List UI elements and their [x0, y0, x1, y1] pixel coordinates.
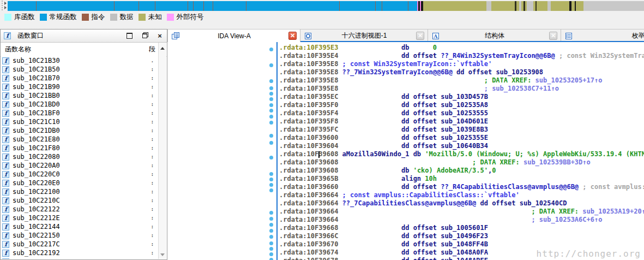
function-list-item[interactable]: fsub_10C21B50. .: [1, 65, 159, 74]
function-list-item[interactable]: fsub_10C21F80. .: [1, 144, 159, 152]
listing-token-nam: sub_10253555: [441, 109, 488, 117]
listing-token-nam: sub_102540CD: [520, 199, 567, 207]
function-list-item[interactable]: fsub_10C220E0. .: [1, 179, 159, 187]
listing-line[interactable]: .rdata:10F39664 ; DATA XREF: sub_10253A1…: [279, 208, 644, 216]
listing-token-pub: ??_R4Win32SystemTrayIcon@@6B@: [441, 52, 555, 60]
function-list-item[interactable]: fsub_10C21DB0. .: [1, 126, 159, 135]
function-list-scrollbar[interactable]: [158, 43, 166, 259]
function-list-item[interactable]: fsub_10C22100. .: [1, 187, 159, 196]
legend-label: 未知: [148, 13, 162, 22]
listing-line[interactable]: .rdata:10F39608 aMozilla50Windo_1 db 'Mo…: [279, 150, 644, 158]
listing-line[interactable]: .rdata:10F395F4 dd offset sub_10253555: [279, 109, 644, 117]
tab-close-button[interactable]: ✕: [288, 32, 297, 40]
listing-line[interactable]: .rdata:10F395E8 ; sub_102538C7+11↑o: [279, 85, 644, 93]
listing-line[interactable]: .rdata:10F395E8 ; DATA XREF: sub_1025320…: [279, 76, 644, 85]
function-list-item[interactable]: fsub_10C2217C. .: [1, 240, 159, 249]
function-name: sub_10C22122: [13, 205, 60, 213]
listing-token-pfx: .rdata:10F395E8: [279, 68, 338, 76]
listing-token-kw: dd offset: [338, 232, 441, 240]
function-list-item[interactable]: fsub_10C21BF0. .: [1, 109, 159, 117]
function-list-item[interactable]: fsub_10C22080. .: [1, 152, 159, 161]
listing-line[interactable]: .rdata:10F3965B align 10h: [279, 175, 644, 183]
listing-token-pfx: .rdata:10F39664: [279, 208, 338, 215]
function-f-icon: f: [2, 232, 9, 239]
listing-token-pfx: .rdata:10F395E8: [279, 85, 338, 92]
disassembly-listing[interactable]: .rdata:10F395E3 db 0.rdata:10F395E4 dd o…: [278, 42, 644, 260]
tab-结构体[interactable]: A结构体✕: [428, 29, 561, 42]
listing-line[interactable]: .rdata:10F395E4 dd offset ??_R4Win32Syst…: [279, 52, 644, 60]
function-list-item[interactable]: fsub_10C21E80. .: [1, 135, 159, 144]
navband-segment: [583, 1, 644, 11]
tab-枚举[interactable]: 枚举: [561, 29, 644, 42]
function-list-item[interactable]: fsub_10C21B70. .: [1, 74, 159, 82]
navband-handle[interactable]: [0, 0, 8, 11]
navband-scroll-down-icon[interactable]: [4, 6, 7, 9]
listing-line[interactable]: .rdata:10F395F8 dd offset sub_104D601E: [279, 117, 644, 126]
column-header-segment[interactable]: 段: [149, 43, 155, 56]
navigation-band[interactable]: [8, 1, 644, 11]
listing-token-num: 0: [433, 44, 437, 51]
scroll-down-icon[interactable]: [160, 253, 165, 256]
restore-button[interactable]: [141, 33, 148, 39]
listing-line[interactable]: .rdata:10F395E8 ; const Win32SystemTrayI…: [279, 60, 644, 68]
navband-segment: [519, 1, 521, 11]
function-list-item[interactable]: fsub_10C21BD0. .: [1, 100, 159, 109]
function-list-item[interactable]: fsub_10C22192. .: [1, 249, 159, 257]
functions-window-title: 函数窗口: [17, 31, 118, 40]
tab-close-button[interactable]: ✕: [549, 32, 557, 40]
listing-line[interactable]: .rdata:10F39600 dd offset sub_1025355E: [279, 134, 644, 142]
listing-line[interactable]: .rdata:10F39664 ; const avmplus::Capabil…: [279, 191, 644, 199]
function-list-item[interactable]: fsub_10C22144. .: [1, 222, 159, 231]
hex-view-icon: [304, 32, 312, 40]
listing-line[interactable]: .rdata:10F395E8 ??_7Win32SystemTrayIcon@…: [279, 68, 644, 76]
listing-line[interactable]: .rdata:10F39608 ; DATA XREF: sub_102539B…: [279, 158, 644, 167]
function-list-item[interactable]: fsub_10C22150. .: [1, 231, 159, 240]
listing-line[interactable]: .rdata:10F395F0 dd offset sub_102535A8: [279, 101, 644, 109]
maximize-button[interactable]: [125, 33, 133, 39]
listing-line[interactable]: .rdata:10F39670 dd offset sub_1048FF4B: [279, 240, 644, 249]
function-list-header[interactable]: 函数名称 段: [1, 43, 167, 57]
listing-token-str: 'Mozillb/5.0 (Windowu; U; %s) AppleWebKi…: [425, 150, 644, 158]
close-button[interactable]: ×: [156, 33, 164, 39]
legend-swatch: [4, 14, 11, 21]
navband-scroll-up-icon[interactable]: [4, 2, 7, 5]
function-name: sub_10C22080: [13, 153, 60, 161]
function-list-item[interactable]: fsub_10C21B30. .: [1, 56, 159, 65]
listing-line[interactable]: .rdata:10F39604 dd offset sub_10640B34: [279, 142, 644, 150]
line-mark-dot: [269, 223, 273, 227]
listing-line[interactable]: .rdata:10F39668 dd offset sub_1005601F: [279, 224, 644, 232]
listing-line[interactable]: .rdata:10F39660 dd offset ??_R4Capabilit…: [279, 183, 644, 191]
listing-line[interactable]: .rdata:10F39664 ??_7CapabilitiesClass@av…: [279, 199, 644, 208]
navband-segment: [382, 1, 382, 11]
listing-line[interactable]: .rdata:10F39664 ; sub_10253A6C+6↑o: [279, 216, 644, 224]
function-list-item[interactable]: fsub_10C220C0. .: [1, 170, 159, 179]
function-list-item[interactable]: fsub_10C21B90. .: [1, 82, 159, 91]
function-list-item[interactable]: fsub_10C220A0. .: [1, 161, 159, 170]
line-mark-dot: [269, 48, 273, 51]
scroll-up-icon[interactable]: [160, 47, 165, 50]
tab-IDA View-A[interactable]: IDA View-A✕: [167, 29, 300, 42]
listing-line[interactable]: .rdata:10F395FC dd offset sub_1039E8B3: [279, 126, 644, 134]
listing-line[interactable]: .rdata:10F395E3 db 0: [279, 44, 644, 52]
function-list-item[interactable]: fsub_10C2212E. .: [1, 214, 159, 222]
function-f-icon: f: [2, 57, 9, 64]
column-header-name[interactable]: 函数名称: [5, 43, 31, 56]
function-list-item[interactable]: fsub_10C22122. .: [1, 205, 159, 214]
ida-view-icon: [171, 32, 180, 40]
listing-line[interactable]: .rdata:10F3966C dd offset sub_10496F23: [279, 232, 644, 240]
listing-token-pfx: .rdata:10F395E8: [279, 60, 338, 68]
listing-line[interactable]: .rdata:10F395EC dd offset sub_103D457B: [279, 93, 644, 101]
listing-token-pfx: .rdata:10F395F4: [279, 109, 338, 117]
listing-line[interactable]: .rdata:10F39608 db 'cko) AdobeAIR/3.5',0: [279, 167, 644, 175]
functions-window-titlebar[interactable]: f 函数窗口 ×: [1, 29, 167, 43]
line-mark-dot: [269, 63, 273, 67]
listing-token-kw: dd offset: [338, 183, 441, 191]
tab-十六进制视图-1[interactable]: 十六进制视图-1✕: [300, 29, 428, 42]
function-f-icon: f: [2, 119, 9, 126]
tab-close-button[interactable]: ✕: [416, 32, 424, 40]
function-list-item[interactable]: fsub_10C2210C. .: [1, 196, 159, 205]
function-list-item[interactable]: fsub_10C21C10. .: [1, 117, 159, 126]
navband-segment: [193, 1, 194, 11]
function-list-item[interactable]: fsub_10C21BB0. .: [1, 91, 159, 100]
function-list-item[interactable]: f: [1, 257, 159, 259]
